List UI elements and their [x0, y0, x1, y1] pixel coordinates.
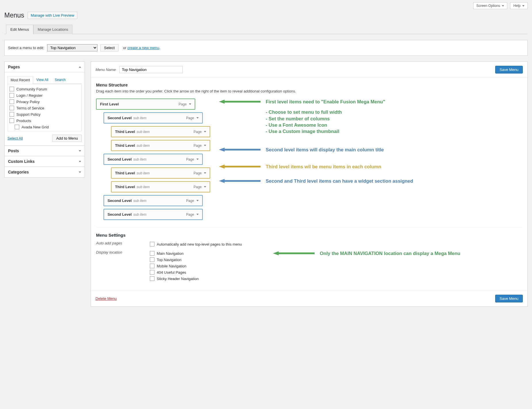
page-item[interactable]: Login / Register — [9, 92, 80, 99]
metabox-posts-toggle[interactable]: Posts — [5, 146, 85, 156]
screen-options-button[interactable]: Screen Options — [473, 2, 508, 9]
annotation-second-level: Second level items will display the main… — [266, 146, 384, 153]
chevron-down-icon — [502, 5, 504, 7]
menu-tree: First LevelPageSecond Levelsub itemPageT… — [96, 99, 210, 223]
pages-tab-recent[interactable]: Most Recent — [7, 76, 33, 84]
delete-menu-link[interactable]: Delete Menu — [95, 296, 117, 301]
live-preview-button[interactable]: Manage with Live Preview — [28, 12, 77, 19]
svg-marker-1 — [219, 148, 261, 152]
tab-edit-menus[interactable]: Edit Menus — [6, 25, 33, 34]
menu-item[interactable]: Third Levelsub itemPage — [111, 167, 210, 179]
menu-item[interactable]: Third Levelsub itemPage — [111, 140, 210, 151]
location-checkbox[interactable]: Mobile Navigation — [149, 263, 273, 269]
tab-manage-locations[interactable]: Manage Locations — [33, 25, 72, 34]
chevron-down-icon — [79, 150, 81, 152]
arrow-icon — [219, 100, 261, 104]
display-location-label: Display location — [96, 250, 149, 254]
auto-add-checkbox[interactable]: Automatically add new top-level pages to… — [149, 241, 273, 247]
menu-item[interactable]: Second Levelsub itemPage — [104, 209, 203, 220]
arrow-icon — [219, 148, 261, 152]
annotation-third-level: Third level items wil be menu items in e… — [266, 163, 381, 170]
menu-item[interactable]: Second Levelsub itemPage — [104, 154, 203, 165]
chevron-down-icon — [196, 117, 199, 119]
page-item[interactable]: Products — [9, 117, 80, 124]
svg-marker-2 — [219, 165, 261, 169]
menu-structure-desc: Drag each item into the order you prefer… — [96, 89, 522, 93]
location-checkbox[interactable]: Main Navigation — [149, 250, 273, 256]
auto-add-label: Auto add pages — [96, 241, 149, 245]
menu-item[interactable]: First LevelPage — [96, 99, 195, 110]
menu-item[interactable]: Second Levelsub itemPage — [104, 112, 203, 124]
nav-tabs: Edit Menus Manage Locations — [4, 24, 528, 34]
chevron-down-icon — [189, 103, 191, 105]
svg-marker-0 — [219, 100, 261, 104]
create-menu-link[interactable]: create a new menu — [127, 46, 159, 50]
page-item[interactable]: Support Policy — [9, 111, 80, 117]
menu-structure-heading: Menu Structure — [96, 82, 522, 87]
arrow-icon — [219, 165, 261, 169]
location-checkbox[interactable]: Top Navigation — [149, 256, 273, 263]
menu-name-label: Menu Name — [95, 67, 116, 72]
chevron-down-icon — [204, 145, 206, 146]
page-item[interactable]: Community Forum — [9, 86, 80, 92]
chevron-down-icon — [204, 186, 206, 188]
metabox-pages-toggle[interactable]: Pages — [5, 62, 85, 72]
main-panel: Menu Name Save Menu Menu Structure Drag … — [91, 61, 528, 307]
page-item[interactable]: Privacy Policy — [9, 99, 80, 105]
chevron-down-icon — [79, 171, 81, 173]
location-checkbox[interactable]: Sticky Header Navigation — [149, 275, 273, 282]
location-checkbox[interactable]: 404 Useful Pages — [149, 269, 273, 275]
annotation-first-level: First level items need to "Enable Fusion… — [266, 99, 385, 134]
page-item[interactable]: Terms of Service — [9, 105, 80, 111]
select-menu-label: Select a menu to edit: — [8, 46, 44, 50]
pages-tab-search[interactable]: Search — [51, 76, 69, 84]
select-all-link[interactable]: Select All — [7, 136, 23, 140]
svg-marker-4 — [273, 251, 315, 255]
save-menu-button-top[interactable]: Save Menu — [495, 66, 523, 74]
chevron-down-icon — [196, 159, 199, 160]
menu-item[interactable]: Third Levelsub itemPage — [111, 181, 210, 192]
arrow-icon — [273, 251, 315, 255]
page-title: Menus — [4, 11, 24, 19]
annotation-location: Only the MAIN NAVIGATION location can di… — [320, 250, 460, 256]
metabox-categories-toggle[interactable]: Categories — [5, 167, 85, 177]
page-item[interactable]: Fusion Builder — [9, 130, 80, 131]
page-item[interactable]: Avada New Grid — [9, 124, 80, 130]
chevron-up-icon — [79, 66, 81, 68]
add-to-menu-button[interactable]: Add to Menu — [52, 135, 82, 142]
arrow-icon — [219, 179, 261, 183]
menu-item[interactable]: Third Levelsub itemPage — [111, 126, 210, 137]
menu-select-bar: Select a menu to edit: Top Navigation Se… — [4, 40, 528, 56]
pages-tab-viewall[interactable]: View All — [33, 76, 51, 84]
chevron-down-icon — [196, 214, 199, 215]
annotation-widget: Second and Third level items can have a … — [266, 178, 413, 184]
pages-list[interactable]: Community ForumLogin / RegisterPrivacy P… — [7, 84, 82, 131]
chevron-down-icon — [79, 161, 81, 162]
menu-select[interactable]: Top Navigation — [47, 44, 97, 51]
select-button[interactable]: Select — [100, 44, 118, 51]
menu-settings-heading: Menu Settings — [96, 233, 522, 238]
save-menu-button-bottom[interactable]: Save Menu — [495, 295, 523, 302]
chevron-down-icon — [522, 5, 525, 7]
metabox-pages: Pages Most Recent View All Search Commun… — [4, 61, 85, 146]
metabox-custom-links-toggle[interactable]: Custom Links — [5, 156, 85, 167]
chevron-down-icon — [204, 172, 206, 174]
help-button[interactable]: Help — [510, 2, 528, 9]
menu-name-input[interactable] — [119, 66, 183, 73]
svg-marker-3 — [219, 179, 261, 183]
menu-item[interactable]: Second Levelsub itemPage — [104, 195, 203, 206]
chevron-down-icon — [204, 131, 206, 132]
chevron-down-icon — [196, 200, 199, 201]
